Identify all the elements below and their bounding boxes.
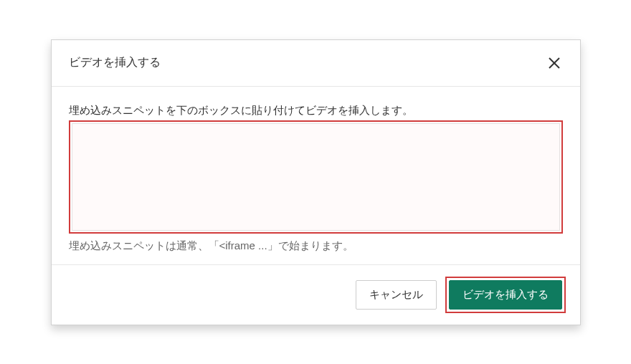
dialog-header: ビデオを挿入する	[52, 40, 580, 87]
hint-text: 埋め込みスニペットは通常、「<iframe ...」で始まります。	[69, 239, 563, 253]
textarea-highlight	[69, 120, 563, 234]
dialog-body: 埋め込みスニペットを下のボックスに貼り付けてビデオを挿入します。 埋め込みスニペ…	[52, 87, 580, 265]
instruction-text: 埋め込みスニペットを下のボックスに貼り付けてビデオを挿入します。	[69, 104, 563, 118]
insert-button-highlight: ビデオを挿入する	[445, 277, 566, 313]
close-button[interactable]	[546, 54, 563, 72]
close-icon	[549, 57, 560, 69]
embed-snippet-textarea[interactable]	[72, 123, 560, 231]
dialog-footer: キャンセル ビデオを挿入する	[52, 265, 580, 325]
dialog-title: ビデオを挿入する	[69, 55, 161, 70]
insert-video-button[interactable]: ビデオを挿入する	[449, 280, 562, 310]
cancel-button[interactable]: キャンセル	[356, 280, 437, 310]
insert-video-dialog: ビデオを挿入する 埋め込みスニペットを下のボックスに貼り付けてビデオを挿入します…	[51, 39, 581, 325]
